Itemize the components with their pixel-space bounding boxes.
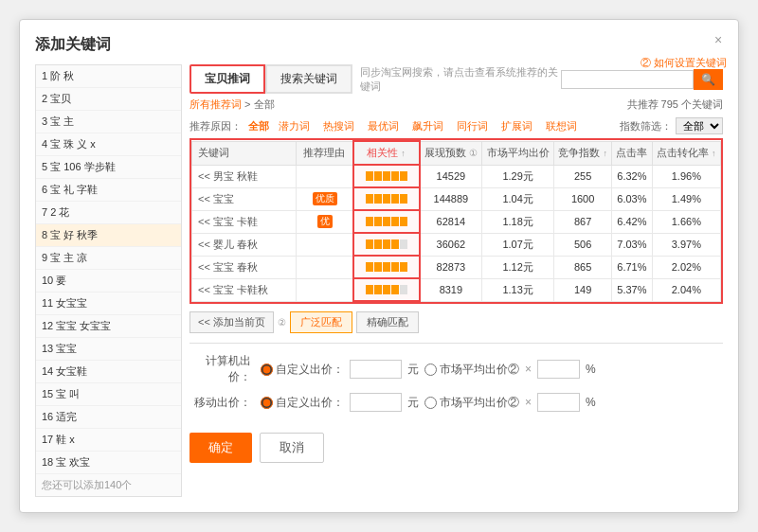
left-panel-item[interactable]: 18 宝 欢宝: [36, 452, 181, 474]
dialog-title: 添加关键词: [35, 35, 723, 55]
filter-option[interactable]: 最优词: [365, 118, 402, 134]
avg-bid-option2[interactable]: 市场平均出价②: [424, 395, 519, 411]
relevance-bars: [358, 217, 415, 226]
left-panel-item[interactable]: 4 宝 珠 义 x: [36, 133, 181, 156]
th-reason: 推荐理由: [297, 141, 353, 165]
avg-bid-text: 市场平均出价②: [440, 362, 519, 378]
mobile-bid-unit: 元: [407, 395, 419, 411]
tag-badge: 优质: [313, 192, 337, 205]
close-button[interactable]: ×: [710, 31, 727, 48]
cancel-button[interactable]: 取消: [260, 433, 324, 463]
index-filter-select[interactable]: 全部: [676, 117, 723, 134]
cell-avg-price: 1.04元: [482, 187, 554, 210]
left-panel-item[interactable]: 6 宝 礼 字鞋: [36, 179, 181, 202]
tag-badge: 优: [317, 215, 333, 228]
exact-match-button[interactable]: 精确匹配: [356, 311, 419, 333]
filter-option[interactable]: 联想词: [543, 118, 580, 134]
avg-bid-option[interactable]: 市场平均出价②: [424, 362, 519, 378]
tab-product-recommend[interactable]: 宝贝推词: [190, 64, 265, 94]
mobile-bid-input[interactable]: 0.1: [350, 393, 402, 412]
custom-bid-option2[interactable]: 自定义出价：: [261, 395, 344, 411]
filter-options: 潜力词 热搜词 最优词 飙升词 同行词 扩展词 联想词: [276, 118, 584, 134]
add-page-button[interactable]: << 添加当前页: [190, 311, 274, 333]
left-panel-item[interactable]: 17 鞋 x: [36, 429, 181, 452]
search-input[interactable]: [561, 70, 694, 89]
computer-bid-unit: 元: [407, 362, 419, 378]
left-panel-item[interactable]: 16 适完: [36, 406, 181, 429]
computer-mult-input[interactable]: 100: [537, 360, 580, 379]
cell-reason: [297, 233, 353, 256]
search-box: 🔍: [561, 69, 723, 90]
filter-option[interactable]: 热搜词: [320, 118, 357, 134]
left-panel-item[interactable]: 10 要: [36, 270, 181, 293]
cell-avg-price: 1.29元: [482, 165, 554, 187]
tab-search-keyword[interactable]: 搜索关键词: [265, 64, 352, 94]
table-row[interactable]: << 宝宝 卡鞋优628141.18元8676.42%1.66%: [192, 210, 721, 233]
left-panel-item[interactable]: 12 宝宝 女宝宝: [36, 315, 181, 338]
cell-reason: [297, 256, 353, 278]
relevance-bar: [374, 239, 382, 249]
relevance-bar: [366, 285, 373, 294]
relevance-bar: [383, 239, 390, 249]
custom-bid-option[interactable]: 自定义出价：: [261, 362, 344, 378]
left-panel-item[interactable]: 7 2 花: [36, 202, 181, 224]
count-label: 共推荐 795 个关键词: [627, 98, 723, 112]
left-panel-item[interactable]: 8 宝 好 秋季: [36, 224, 181, 247]
custom-bid-radio2[interactable]: [261, 397, 273, 409]
relevance-bar: [383, 285, 390, 294]
relevance-bar: [366, 194, 373, 204]
table-row[interactable]: << 宝宝优质1448891.04元16006.03%1.49%: [192, 187, 721, 210]
cell-avg-price: 1.18元: [482, 210, 554, 233]
left-panel-item[interactable]: 2 宝贝: [36, 88, 181, 111]
computer-bid-input[interactable]: 0.1: [350, 360, 402, 379]
th-relevance[interactable]: 相关性 ↑: [353, 141, 420, 165]
table-row[interactable]: << 男宝 秋鞋145291.29元2556.32%1.96%: [192, 165, 721, 187]
left-panel-footer: 您还可以添加140个: [36, 474, 181, 496]
filter-option[interactable]: 同行词: [454, 118, 491, 134]
avg-bid-radio2[interactable]: [424, 397, 437, 409]
relevance-bar: [400, 239, 407, 249]
relevance-bar: [374, 194, 382, 204]
search-button[interactable]: 🔍: [694, 69, 723, 90]
hint-icon-bottom: ②: [278, 317, 286, 328]
computer-bid-radio-group: 自定义出价： 0.1 元 市场平均出价② × 100 %: [261, 360, 596, 379]
cell-conversion: 2.02%: [652, 256, 720, 278]
left-panel-item[interactable]: 9 宝 主 凉: [36, 247, 181, 270]
table-row[interactable]: << 婴儿 春秋360621.07元5067.03%3.97%: [192, 233, 721, 256]
cell-keyword: << 宝宝 春秋: [192, 256, 297, 278]
relevance-bar: [400, 285, 407, 294]
custom-bid-radio[interactable]: [261, 364, 273, 376]
help-link[interactable]: ② 如何设置关键词: [641, 56, 727, 70]
table-row[interactable]: << 宝宝 卡鞋秋83191.13元1495.37%2.04%: [192, 278, 721, 301]
relevance-bar: [366, 217, 373, 226]
cell-relevance: [353, 165, 420, 187]
filter-option[interactable]: 飙升词: [409, 118, 446, 134]
filter-option[interactable]: 潜力词: [276, 118, 313, 134]
pct2: %: [586, 396, 596, 409]
filter-all[interactable]: 全部: [245, 118, 272, 134]
mobile-mult-input[interactable]: 100: [537, 393, 580, 412]
left-panel-item[interactable]: 14 女宝鞋: [36, 361, 181, 383]
left-panel-item[interactable]: 5 宝 106 学步鞋: [36, 156, 181, 179]
filter-option[interactable]: 扩展词: [498, 118, 535, 134]
search-hint: 同步淘宝网搜索，请点击查看系统推荐的关键词: [360, 65, 561, 94]
left-panel-item[interactable]: 15 宝 叫: [36, 383, 181, 406]
left-panel-item[interactable]: 11 女宝宝: [36, 293, 181, 315]
all-recommended-text[interactable]: 所有推荐词: [190, 98, 242, 110]
wide-match-button[interactable]: 广泛匹配: [290, 311, 352, 333]
custom-bid-text2: 自定义出价：: [276, 395, 344, 411]
confirm-button[interactable]: 确定: [190, 433, 252, 463]
relevance-bars: [358, 239, 415, 249]
th-competition: 竞争指数 ↑: [554, 141, 612, 165]
cell-competition: 865: [554, 256, 612, 278]
left-panel-item[interactable]: 1 阶 秋: [36, 65, 181, 88]
relevance-bar: [383, 194, 390, 204]
relevance-bar: [374, 285, 382, 294]
left-panel-item[interactable]: 3 宝 主: [36, 111, 181, 133]
avg-bid-radio[interactable]: [424, 364, 437, 376]
left-panel-item[interactable]: 13 宝宝: [36, 338, 181, 361]
relevance-bar: [391, 171, 399, 181]
table-row[interactable]: << 宝宝 春秋828731.12元8656.71%2.02%: [192, 256, 721, 278]
relevance-bar: [383, 217, 390, 226]
relevance-bars: [358, 285, 415, 294]
